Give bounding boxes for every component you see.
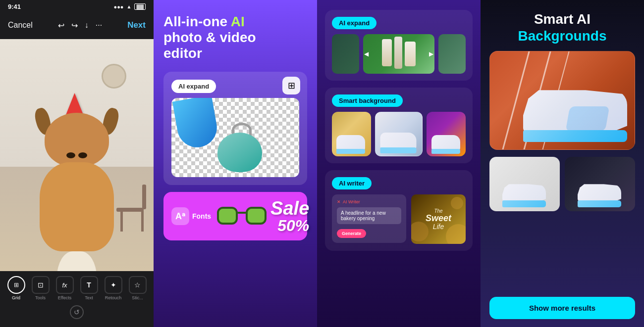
sale-percent: 50%	[270, 218, 309, 234]
redo-button[interactable]: ↪	[71, 21, 78, 30]
toolbar-text[interactable]: T Text	[77, 276, 101, 300]
remove-bg-card: ⊞ AI expand	[163, 72, 307, 185]
ai-writer-tag: AI writer	[332, 177, 372, 189]
thumb-sneaker-dark	[578, 180, 622, 207]
pastry-decoration-3	[451, 197, 463, 209]
more-button[interactable]: ···	[96, 21, 102, 30]
bg-thumbnail-gold	[332, 112, 371, 156]
title-photo-video: photo & video	[163, 30, 256, 45]
signal-icon: ●●●	[114, 4, 124, 10]
title-backgrounds: Backgrounds	[518, 28, 607, 44]
checkered-background	[171, 98, 299, 177]
toolbar-retouch-label: Retouch	[105, 295, 122, 300]
thumb-sneaker-sole-white	[502, 200, 546, 207]
editor-header: Cancel ↩ ↪ ↓ ··· Next	[0, 11, 154, 39]
stickers-icon: ☆	[129, 276, 147, 294]
title-smart-ai: Smart AI	[534, 11, 590, 27]
sleeve-decoration	[172, 98, 220, 150]
expand-image-left	[332, 34, 359, 74]
main-sneaker	[518, 78, 627, 142]
thumb-sneaker-sole-dark	[578, 200, 621, 207]
generate-button[interactable]: Generate	[337, 229, 366, 238]
toolbar-grid-label: Grid	[12, 295, 20, 300]
toolbar-text-label: Text	[85, 295, 93, 300]
title-editor: editor	[163, 46, 202, 61]
panel-features: AI expand ◀ ▶ Smart background	[317, 0, 481, 327]
ai-writer-dialog-title: ✕ AI Writer	[337, 199, 401, 204]
bakery-the: The	[426, 208, 451, 214]
ai-writer-content: ✕ AI Writer A headline for a new bakery …	[332, 194, 466, 244]
sunglasses-decoration	[217, 206, 267, 227]
panel-photo-editor: 9:41 ●●● ▲ ▓▓ Cancel ↩ ↪ ↓ ··· Next	[0, 0, 154, 327]
next-button[interactable]: Next	[127, 20, 146, 30]
status-time: 9:41	[8, 3, 21, 10]
undo-button[interactable]: ↩	[58, 21, 64, 30]
bakery-result-card: The Sweet Life	[411, 194, 466, 244]
handbag-object	[217, 133, 262, 172]
reset-button[interactable]: ↺	[70, 305, 84, 319]
show-more-button[interactable]: Show more results	[489, 297, 635, 319]
bakery-life: Life	[426, 223, 451, 231]
panel4-title: Smart AI Backgrounds	[489, 11, 635, 44]
thumbnail-white[interactable]	[489, 157, 560, 211]
ai-expand-tag: AI expand	[332, 17, 376, 29]
sneaker-main-sole	[523, 130, 627, 142]
dog-subject	[22, 83, 131, 271]
effects-icon: fx	[56, 276, 74, 294]
thumbnail-dark[interactable]	[565, 157, 635, 211]
ai-expand-card: AI expand ◀ ▶	[325, 10, 473, 81]
sneaker-main-accent	[566, 106, 610, 131]
thumb-sneaker-body-dark	[578, 184, 621, 201]
main-sneaker-card	[489, 51, 635, 150]
ai-icon-badge: ⊞	[282, 77, 300, 94]
grid-icon: ⊞	[7, 276, 25, 294]
bakery-text: The Sweet Life	[426, 208, 451, 231]
tools-icon: ⊡	[32, 276, 50, 294]
expand-image-main: ◀ ▶	[363, 34, 434, 74]
toolbar-effects-label: Effects	[58, 295, 71, 300]
editor-toolbar: ⊞ Grid ⊡ Tools fx Effects T Text ✦ Retou…	[0, 271, 154, 327]
sale-text-area: Sale 50%	[217, 199, 309, 234]
toolbar-grid[interactable]: ⊞ Grid	[4, 276, 28, 300]
toolbar-stickers-label: Stic...	[132, 295, 143, 300]
thumbnails-grid	[489, 157, 635, 211]
sneaker-gold	[336, 137, 366, 154]
cancel-button[interactable]: Cancel	[8, 21, 33, 30]
sale-section: Aᵃ Fonts Sale 50%	[163, 192, 307, 240]
bg-thumbnail-purple	[427, 112, 466, 156]
toolbar-tools-label: Tools	[35, 295, 46, 300]
sneaker-purple	[431, 137, 461, 154]
wifi-icon: ▲	[127, 4, 132, 9]
thumb-sneaker-white	[502, 180, 547, 207]
download-button[interactable]: ↓	[85, 21, 89, 30]
fonts-icon: Aᵃ	[171, 207, 189, 225]
fonts-badge: Aᵃ Fonts	[171, 207, 211, 225]
sale-text: Sale	[270, 199, 309, 218]
toolbar-tools[interactable]: ⊡ Tools	[29, 276, 53, 300]
ai-writer-input-display: A headline for a new bakery opening	[337, 207, 401, 224]
remove-bg-label: AI expand	[171, 80, 216, 93]
toolbar-effects[interactable]: fx Effects	[53, 276, 77, 300]
panel-all-in-one: All-in-one AI photo & video editor ⊞ AI …	[154, 0, 317, 327]
smart-bg-card: Smart background	[325, 88, 473, 163]
smart-bg-tag: Smart background	[332, 94, 403, 107]
retouch-icon: ✦	[105, 276, 122, 294]
bakery-sweet: Sweet	[426, 214, 451, 223]
expand-image-right	[438, 34, 466, 74]
editor-canvas[interactable]	[0, 39, 154, 271]
smart-bg-images	[332, 112, 466, 156]
battery-icon: ▓▓	[134, 3, 146, 10]
thumb-sneaker-body-white	[502, 184, 546, 201]
title-all-in-one: All-in-one AI	[163, 14, 245, 29]
ai-writer-card: AI writer ✕ AI Writer A headline for a n…	[325, 170, 473, 251]
panel-smart-ai-bg: Smart AI Backgrounds Show more results	[481, 0, 644, 327]
sneaker-blue	[380, 131, 418, 153]
ai-expand-images: ◀ ▶	[332, 34, 466, 74]
text-icon: T	[80, 276, 98, 294]
toolbar-retouch[interactable]: ✦ Retouch	[102, 276, 125, 300]
ai-writer-dialog: ✕ AI Writer A headline for a new bakery …	[332, 194, 406, 243]
fonts-label: Fonts	[192, 212, 211, 220]
bg-thumbnail-blue	[375, 112, 423, 156]
panel2-title: All-in-one AI photo & video editor	[163, 14, 307, 62]
toolbar-stickers[interactable]: ☆ Stic...	[126, 276, 150, 300]
